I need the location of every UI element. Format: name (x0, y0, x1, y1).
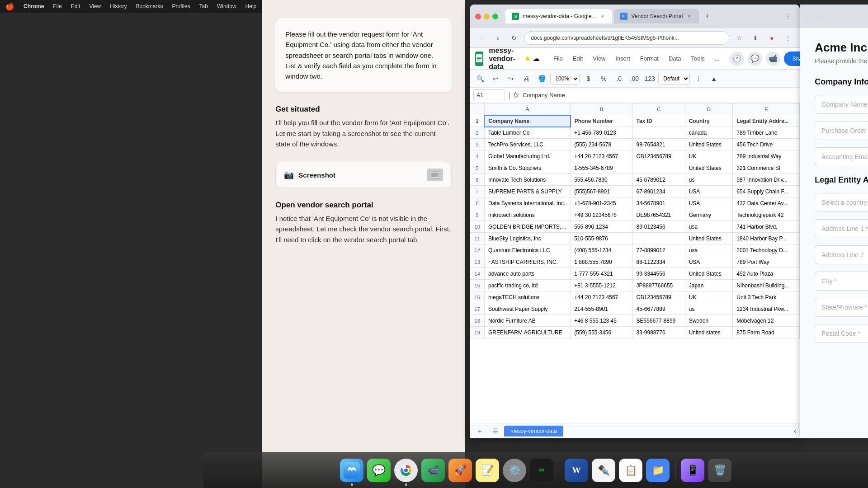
table-cell[interactable]: +1-456-789-0123 (571, 127, 632, 139)
table-cell[interactable]: GB123456789 (632, 150, 685, 162)
table-cell[interactable]: 45-6789012 (632, 174, 685, 186)
dock-settings[interactable]: ⚙️ (503, 459, 526, 482)
dock-folders[interactable]: 📁 (646, 459, 670, 482)
col-header-e[interactable]: E (733, 103, 800, 115)
table-cell[interactable]: GREENFARM AGRICULTURE (484, 327, 570, 338)
table-cell[interactable]: 1234 Industrial Pkw... (733, 303, 800, 315)
print-btn[interactable]: 🖨 (519, 72, 533, 85)
table-cell[interactable]: +44 20 7123 4567 (571, 150, 632, 162)
table-row[interactable]: 12Quantum Electronics LLC(408) 555-12347… (470, 244, 800, 256)
table-cell[interactable]: United States (685, 139, 733, 150)
table-cell[interactable]: Smith & Co. Suppliers (484, 162, 570, 174)
table-cell[interactable]: 321 Commerce St (733, 162, 800, 174)
menu-view[interactable]: View (89, 3, 101, 9)
table-cell[interactable]: 789 Industrial Way (733, 150, 800, 162)
menu-edit[interactable]: Edit (71, 3, 80, 9)
star-icon[interactable]: ★ (524, 54, 531, 63)
table-cell[interactable]: FASTSHIP CARRIERS, INC. (484, 256, 570, 268)
table-cell[interactable]: USA (685, 256, 733, 268)
table-cell[interactable]: Innovate Tech Solutions (484, 174, 570, 186)
table-cell[interactable]: Table Lumber Co (484, 127, 570, 139)
table-row[interactable]: 8Data Systems International, Inc.+1-678-… (470, 197, 800, 209)
country-select[interactable]: Select a country * United States Canada … (815, 193, 868, 212)
form-back-btn[interactable]: ‹ (834, 10, 847, 23)
accounting-email-input[interactable] (815, 147, 868, 166)
table-cell[interactable]: us (685, 174, 733, 186)
table-cell[interactable]: Tax ID (632, 115, 685, 127)
table-row[interactable]: 4Global Manufacturing Ltd.+44 20 7123 45… (470, 150, 800, 162)
table-cell[interactable]: USA (685, 186, 733, 197)
table-cell[interactable]: +1-678-901-2345 (571, 197, 632, 209)
col-header-b[interactable]: B (571, 103, 632, 115)
table-cell[interactable]: 456 Tech Drive (733, 139, 800, 150)
table-cell[interactable]: United states (685, 327, 733, 338)
table-cell[interactable] (632, 127, 685, 139)
table-cell[interactable]: 987 Innovation Driv... (733, 174, 800, 186)
dock-messages[interactable]: 💬 (367, 459, 391, 482)
table-cell[interactable]: (555) 234-5678 (571, 139, 632, 150)
table-row[interactable]: 2Table Lumber Co+1-456-789-0123canada789… (470, 127, 800, 139)
table-cell[interactable]: 555.456.7890 (571, 174, 632, 186)
table-cell[interactable]: 789 Port Way (733, 256, 800, 268)
table-row[interactable]: 14advance auto parts1-777-555-432199-334… (470, 268, 800, 280)
table-cell[interactable]: Company Name (484, 115, 570, 127)
table-row[interactable]: 10GOLDEN BRIDGE IMPORTS,LLC555-890-12348… (470, 221, 800, 233)
table-cell[interactable]: GB123456789 (632, 291, 685, 303)
table-cell[interactable]: 214-555-8901 (571, 303, 632, 315)
table-cell[interactable]: 89-0123456 (632, 221, 685, 233)
format-btn[interactable]: 123 (643, 72, 656, 85)
currency-btn[interactable]: $ (581, 72, 595, 85)
table-cell[interactable]: pacific trading co, ltd (484, 280, 570, 291)
table-cell[interactable]: 510-555-9876 (571, 233, 632, 244)
table-cell[interactable]: 789 Timber Lane (733, 127, 800, 139)
table-cell[interactable]: Nihonbashi Building... (733, 280, 800, 291)
form-min-btn[interactable] (814, 14, 820, 19)
table-row[interactable]: 6Innovate Tech Solutions555.456.789045-6… (470, 174, 800, 186)
undo-btn[interactable]: ↩ (489, 72, 502, 85)
dock-terminal[interactable]: ⌨ (530, 459, 553, 482)
close-button[interactable] (475, 14, 481, 19)
state-input[interactable] (815, 298, 868, 317)
collapse-btn[interactable]: ▲ (707, 72, 721, 85)
spreadsheet-view[interactable]: A B C D E 1Company NamePhone NumberTax I… (470, 103, 800, 423)
menu-sheet-btn[interactable]: ☰ (489, 426, 501, 436)
table-row[interactable]: 3TechPro Services, LLC(555) 234-567898-7… (470, 139, 800, 150)
table-cell[interactable]: UK (685, 291, 733, 303)
table-row[interactable]: 15pacific trading co, ltd+81 3-5555-1212… (470, 280, 800, 291)
table-cell[interactable]: 741 Harbor Blvd. (733, 221, 800, 233)
comments-button[interactable]: 💬 (748, 52, 762, 66)
menu-file[interactable]: File (549, 53, 567, 64)
menu-data[interactable]: Data (664, 53, 685, 64)
form-forward-btn[interactable]: › (849, 10, 862, 23)
table-row[interactable]: 13FASTSHIP CARRIERS, INC.1.888.555.78908… (470, 256, 800, 268)
bookmark-button[interactable]: ☆ (733, 32, 745, 44)
table-cell[interactable]: 34-5678901 (632, 197, 685, 209)
address-line1-input[interactable] (815, 219, 868, 238)
dock-pen[interactable]: ✒️ (592, 459, 615, 482)
table-cell[interactable]: 452 Auto Plaza (733, 268, 800, 280)
table-cell[interactable]: USA (685, 197, 733, 209)
table-row[interactable]: 1Company NamePhone NumberTax IDCountryLe… (470, 115, 800, 127)
font-select[interactable]: Default... (658, 73, 690, 84)
percent-btn[interactable]: % (597, 72, 610, 85)
dock-chrome[interactable] (394, 459, 418, 482)
table-cell[interactable]: United States (685, 233, 733, 244)
table-cell[interactable]: 88-1122334 (632, 256, 685, 268)
table-cell[interactable]: United States (685, 268, 733, 280)
minimize-button[interactable] (484, 14, 490, 19)
table-cell[interactable]: Legal Entity Addre... (733, 115, 800, 127)
dock-notes[interactable]: 📝 (476, 459, 499, 482)
table-cell[interactable]: +46 8 555 123 45 (571, 315, 632, 327)
dock-finder[interactable] (340, 459, 363, 482)
table-cell[interactable]: Möbelvägen 12 (733, 315, 800, 327)
menu-edit[interactable]: Edit (568, 53, 587, 64)
table-row[interactable]: 17Southwest Paper Supply214-555-890145-6… (470, 303, 800, 315)
download-button[interactable]: ⬇ (749, 32, 762, 44)
back-button[interactable]: ‹ (475, 32, 488, 44)
table-cell[interactable]: UK (685, 150, 733, 162)
dock-launchpad[interactable]: 🚀 (448, 459, 472, 482)
table-cell[interactable]: United States (685, 162, 733, 174)
table-cell[interactable]: usa (685, 221, 733, 233)
table-cell[interactable]: Germany (685, 209, 733, 221)
menu-tools[interactable]: Tools (686, 53, 709, 64)
